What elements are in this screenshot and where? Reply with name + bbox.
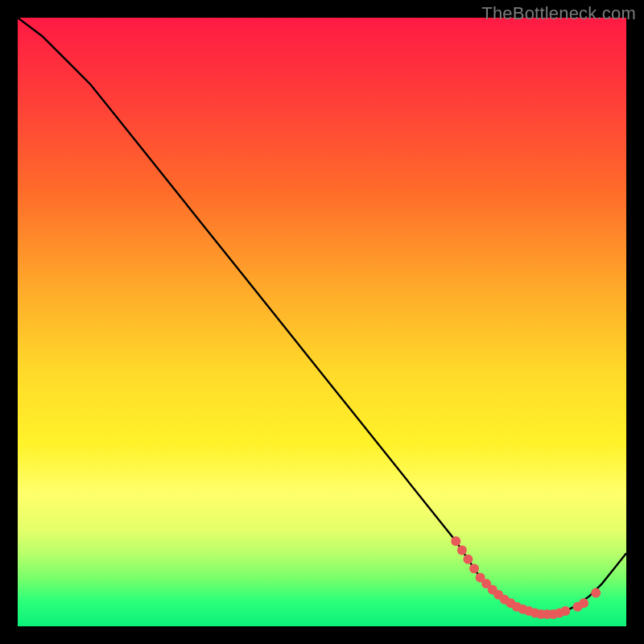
chart-frame: TheBottleneck.com <box>0 0 644 644</box>
plot-area <box>18 18 626 626</box>
marker-point <box>451 536 460 546</box>
marker-point <box>579 598 588 608</box>
curve-svg <box>18 18 626 626</box>
marker-point <box>560 606 570 616</box>
highlight-markers <box>451 536 601 619</box>
bottleneck-curve <box>18 18 626 614</box>
marker-point <box>463 555 473 564</box>
marker-point <box>457 546 467 555</box>
watermark-text: TheBottleneck.com <box>481 3 636 24</box>
marker-point <box>469 564 479 573</box>
marker-point <box>591 588 601 597</box>
